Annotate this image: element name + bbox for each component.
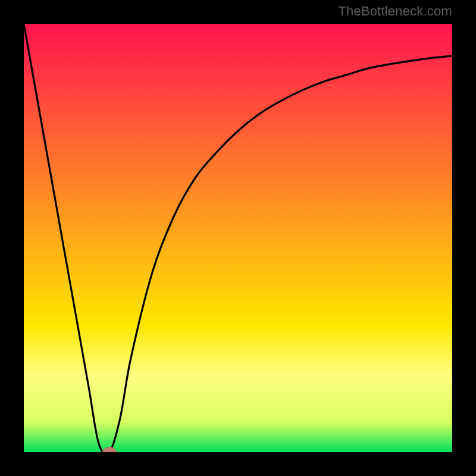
chart-svg xyxy=(24,24,452,452)
plot-area xyxy=(24,24,452,452)
watermark-text: TheBottleneck.com xyxy=(338,4,452,19)
